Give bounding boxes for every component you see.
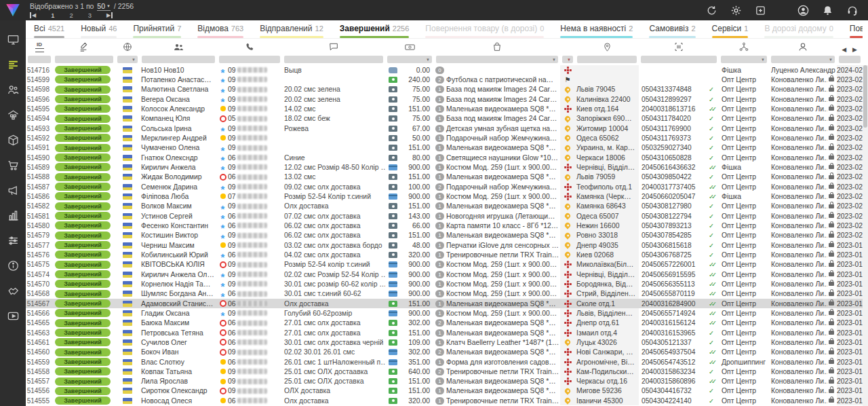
order-row[interactable]: 514561 Завершений Сучилов Олег 06 30.01 … <box>26 337 863 347</box>
sidebar-item-orders[interactable] <box>0 52 26 77</box>
filter-delivery[interactable] <box>562 56 573 63</box>
order-row[interactable]: 514577 Завершений Черниш Максим 09 03.02… <box>26 240 863 250</box>
user-avatar-icon[interactable] <box>797 4 810 17</box>
status-tab[interactable]: Нема в наявності2 <box>560 22 633 38</box>
page-size-dropdown[interactable]: 50▼ <box>97 2 111 11</box>
status-tab[interactable]: Відмова763 <box>197 22 243 38</box>
order-row[interactable]: 514558 Завершений Ковпак Татьяна 09 25.0… <box>26 367 863 376</box>
order-row[interactable]: 514596 Завершений Вегера Оксана 09 20.02… <box>26 94 863 104</box>
filter-phone[interactable] <box>219 56 280 63</box>
status-tab[interactable]: Сервіси1 <box>712 22 749 38</box>
order-row[interactable]: 514570 Завершений Корнелюк Надія Та… 09 … <box>26 279 863 289</box>
column-id[interactable]: ID <box>26 39 53 55</box>
add-order-icon[interactable] <box>754 4 767 17</box>
notifications-bell-icon[interactable] <box>821 4 834 17</box>
filter-ttn[interactable] <box>641 56 717 63</box>
sidebar-item-dashboard[interactable] <box>0 27 26 52</box>
order-row[interactable]: 514587 Завершений Семенюк Дарина 09 09.0… <box>26 182 863 191</box>
status-tab[interactable]: Самовивіз2 <box>649 22 695 38</box>
status-tab[interactable]: Повернення товару (в дорозі)0 <box>425 22 544 38</box>
order-row[interactable]: 514560 Завершений Бокоч Иван 09 02.02 30… <box>26 348 863 357</box>
order-row[interactable]: 514567 Завершений Адамовский Станис… 06 … <box>26 299 863 308</box>
filter-client[interactable] <box>142 56 215 63</box>
page-number[interactable]: 1 <box>51 12 54 19</box>
order-row[interactable]: 514593 Завершений Сольська Ірина 09 Роже… <box>26 124 863 133</box>
sidebar-item-automation[interactable] <box>0 228 26 253</box>
order-row[interactable]: 514716 Завершений Нов10 Нов10 09 Выцв 0.… <box>26 65 863 75</box>
filter-payment[interactable] <box>387 56 432 63</box>
status-tab[interactable]: Відправлений12 <box>260 22 323 38</box>
order-row[interactable]: 514556 Завершений Сиротюк Олександр 09 О… <box>26 386 863 396</box>
scrollbar-thumb[interactable] <box>863 65 867 128</box>
filter-city[interactable] <box>577 56 637 63</box>
status-tab[interactable]: Повернення (завершений)125 <box>850 22 863 38</box>
support-headset-icon[interactable] <box>846 4 859 17</box>
sidebar-item-purchases[interactable] <box>0 153 26 178</box>
order-row[interactable]: 514580 Завершений Фесенко Константин 06 … <box>26 221 863 230</box>
column-delivery[interactable] <box>560 39 575 55</box>
app-logo-icon[interactable] <box>0 0 26 20</box>
order-row[interactable]: 514594 Завершений Компанец Юля 05 18.02 … <box>26 114 863 124</box>
order-row[interactable]: 514559 Завершений Влас Слотюу 06 26.01 с… <box>26 357 863 367</box>
last-page-button[interactable]: ▶ <box>106 12 113 18</box>
network-icon[interactable] <box>719 39 769 55</box>
filter-country[interactable] <box>117 56 138 63</box>
sidebar-item-partners[interactable] <box>0 278 26 303</box>
order-row[interactable]: 514589 Завершений Кирилич Анжела 09 12.0… <box>26 162 863 172</box>
order-row[interactable]: 514555 Завершений Новосад Олеся 06 Олх д… <box>26 396 863 405</box>
sidebar-item-clients[interactable] <box>0 77 26 103</box>
refresh-icon[interactable] <box>705 4 718 17</box>
status-tab[interactable]: Новый46 <box>81 22 117 38</box>
phone-icon[interactable] <box>217 39 282 55</box>
status-edit-icon[interactable] <box>53 39 115 55</box>
page-number[interactable]: 3 <box>88 12 92 19</box>
order-row[interactable]: 514590 Завершений Гнатюк Олексндр 06 Син… <box>26 153 863 162</box>
order-row[interactable]: 514586 Завершений Філіпова Люба 07 Розмі… <box>26 191 863 201</box>
sidebar-item-tutorials[interactable] <box>0 303 26 329</box>
sidebar-item-statistics[interactable] <box>0 203 26 228</box>
money-icon[interactable] <box>385 39 434 55</box>
order-row[interactable]: 514574 Завершений Кирилич Анжела Ол… 09 … <box>26 270 863 279</box>
order-row[interactable]: 514581 Завершений Устинов Сергей 06 07.0… <box>26 211 863 221</box>
filter-manager[interactable] <box>771 56 835 63</box>
clients-icon[interactable] <box>140 39 217 55</box>
sidebar-item-products[interactable] <box>0 128 26 153</box>
order-row[interactable]: 514588 Завершений Жидак Володимир 06 13.… <box>26 172 863 182</box>
filter-products[interactable] <box>436 56 558 63</box>
globe-icon[interactable] <box>115 39 140 55</box>
order-row[interactable]: 514565 Завершений Баюка Максим 06 27.01 … <box>26 318 863 328</box>
settings-gear-icon[interactable] <box>730 4 743 17</box>
page-number[interactable]: 2 <box>69 12 73 19</box>
order-row[interactable]: 514575 Завершений КВІТОВСЬКА ЮЛІЯ 09 Роз… <box>26 260 863 270</box>
order-row[interactable]: 514566 Завершений Гладик Оксана 09 Голуб… <box>26 308 863 318</box>
bag-icon[interactable] <box>434 39 560 55</box>
order-row[interactable]: 514563 Завершений Петровська Тетяна 06 2… <box>26 328 863 337</box>
order-row[interactable]: 514576 Завершений Кобилинський Юрий 06 0… <box>26 250 863 259</box>
filter-id[interactable] <box>28 56 51 63</box>
status-tab[interactable]: Прийнятий7 <box>133 22 181 38</box>
sidebar-item-info[interactable] <box>0 253 26 278</box>
comment-icon[interactable] <box>282 39 385 55</box>
sidebar-item-marketing[interactable] <box>0 178 26 203</box>
person-icon[interactable] <box>769 39 837 55</box>
filter-status[interactable] <box>55 56 113 63</box>
order-row[interactable]: 514598 Завершений Малютина Светлана 09 2… <box>26 85 863 94</box>
order-row[interactable]: 514592 Завершений Мерклингер Андрей 09 5… <box>26 133 863 143</box>
sidebar-item-warehouse[interactable] <box>0 103 26 128</box>
vertical-scrollbar[interactable] <box>863 65 868 406</box>
first-page-button[interactable]: ◀ <box>30 12 36 18</box>
pin-icon[interactable] <box>575 39 639 55</box>
tabs-scroll-left-icon[interactable]: ◀ <box>842 46 846 53</box>
order-row[interactable]: 514595 Завершений Колосок Александр 09 1… <box>26 104 863 113</box>
filter-date[interactable] <box>839 56 861 63</box>
filter-channel[interactable] <box>721 56 767 63</box>
status-tab[interactable]: Всі4521 <box>34 22 64 38</box>
status-tab[interactable]: В дорозі додому0 <box>764 22 833 38</box>
order-row[interactable]: 514599 Завершений Потапенко Анастас… 09 … <box>26 75 863 84</box>
order-row[interactable]: 514568 Завершений Шумляс Богдана Ан… 06 … <box>26 289 863 299</box>
barcode-icon[interactable] <box>639 39 719 55</box>
order-row[interactable]: 514591 Завершений Чумаченко Олена 09 151… <box>26 143 863 153</box>
tabs-scroll-right-icon[interactable]: ▶ <box>852 46 857 53</box>
order-row[interactable]: 514557 Завершений Лила Ярослав 09 25.01 … <box>26 377 863 386</box>
status-tab[interactable]: Завершений2256 <box>340 22 410 38</box>
